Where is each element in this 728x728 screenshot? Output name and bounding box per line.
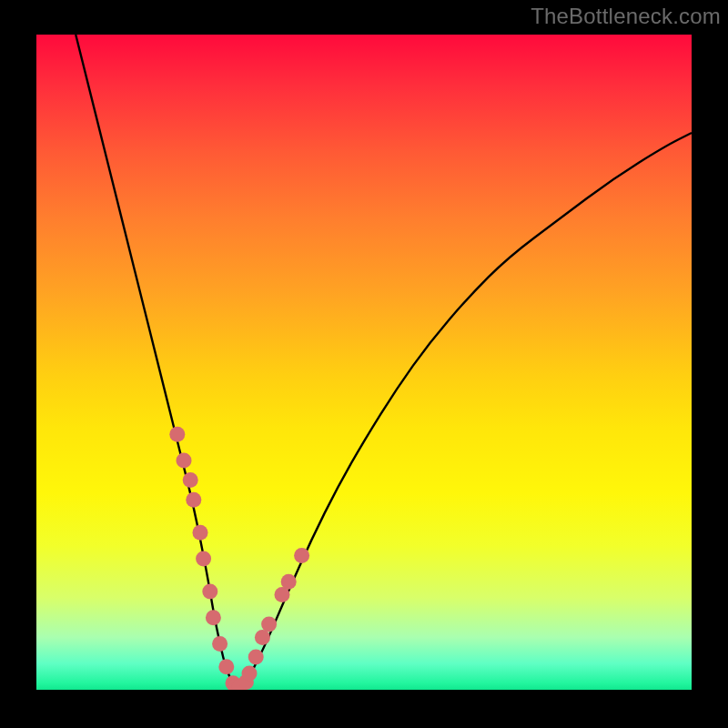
highlighted-point bbox=[186, 492, 201, 508]
highlighted-point bbox=[202, 584, 217, 600]
highlighted-point bbox=[275, 587, 290, 602]
highlighted-point bbox=[169, 427, 185, 442]
bottleneck-curve bbox=[76, 35, 692, 686]
chart-overlay bbox=[36, 35, 692, 690]
highlighted-point bbox=[177, 453, 192, 469]
highlighted-point bbox=[281, 574, 297, 590]
highlighted-point bbox=[193, 525, 208, 541]
highlighted-point bbox=[261, 617, 277, 632]
highlighted-point bbox=[255, 630, 270, 645]
highlighted-point bbox=[248, 650, 264, 665]
highlighted-point bbox=[196, 551, 211, 567]
highlighted-point bbox=[212, 636, 228, 652]
highlighted-points-group bbox=[169, 427, 309, 690]
highlighted-point bbox=[294, 548, 309, 563]
highlighted-point bbox=[242, 666, 258, 682]
highlighted-point bbox=[218, 659, 234, 674]
watermark-text: TheBottleneck.com bbox=[531, 4, 721, 29]
highlighted-point bbox=[183, 472, 198, 488]
highlighted-point bbox=[206, 610, 221, 625]
chart-frame: TheBottleneck.com bbox=[0, 0, 728, 728]
